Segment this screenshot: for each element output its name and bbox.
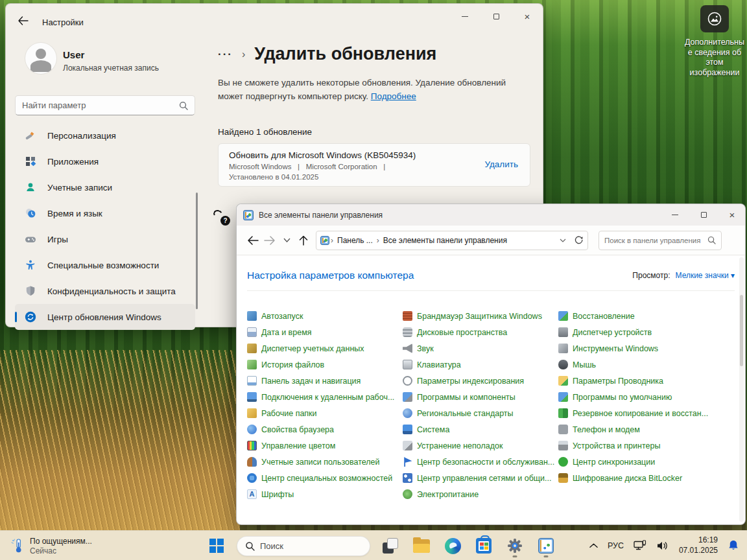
cp-item[interactable]: Программы по умолчанию bbox=[558, 389, 714, 405]
cp-item[interactable]: Инструменты Windows bbox=[558, 340, 714, 356]
cp-item[interactable]: Автозапуск bbox=[247, 308, 403, 324]
cp-search-input[interactable] bbox=[604, 237, 707, 244]
cp-maximize-button[interactable] bbox=[697, 209, 710, 221]
cp-item[interactable]: Центр безопасности и обслуживан... bbox=[403, 454, 558, 470]
explorer-options-icon bbox=[558, 376, 568, 386]
network-icon[interactable] bbox=[634, 540, 646, 552]
uninstall-button[interactable]: Удалить bbox=[484, 159, 518, 169]
cp-item[interactable]: Учетные записи пользователей bbox=[247, 454, 403, 470]
breadcrumb-current[interactable]: Все элементы панели управления bbox=[383, 236, 507, 245]
cp-item[interactable]: Устройства и принтеры bbox=[558, 438, 714, 454]
address-bar[interactable]: › Панель ... › Все элементы панели управ… bbox=[316, 231, 588, 250]
cp-item[interactable]: Подключения к удаленным рабоч... bbox=[247, 389, 403, 405]
avatar[interactable] bbox=[25, 43, 56, 74]
sidebar-item-gaming[interactable]: Игры bbox=[15, 226, 195, 252]
sidebar-item-personalization[interactable]: Персонализация bbox=[15, 122, 195, 148]
cp-item[interactable]: Центр управления сетями и общи... bbox=[403, 470, 558, 486]
sidebar-item-privacy[interactable]: Конфиденциальность и защита bbox=[15, 278, 195, 304]
weather-line2: Сейчас bbox=[30, 546, 92, 555]
control-panel-titlebar[interactable]: Все элементы панели управления × bbox=[237, 204, 745, 226]
sidebar-item-windows-update[interactable]: Центр обновления Windows bbox=[15, 304, 195, 330]
cp-item[interactable]: Система bbox=[403, 421, 558, 438]
cp-item-label: Панель задач и навигация bbox=[261, 377, 361, 386]
taskbar-edge-button[interactable] bbox=[442, 533, 463, 559]
cp-item[interactable]: Дисковые пространства bbox=[403, 324, 558, 340]
sidebar-item-accessibility[interactable]: Специальные возможности bbox=[15, 252, 195, 278]
cp-item[interactable]: Телефон и модем bbox=[558, 421, 714, 438]
settings-search-input[interactable] bbox=[22, 100, 179, 110]
cp-item[interactable]: Панель задач и навигация bbox=[247, 373, 403, 389]
taskbar-settings-button[interactable] bbox=[504, 533, 525, 559]
taskbar-file-explorer-button[interactable] bbox=[411, 533, 432, 559]
taskbar-search-box[interactable] bbox=[237, 536, 370, 556]
breadcrumb-more-button[interactable]: ··· bbox=[218, 48, 233, 61]
cp-item[interactable]: Центр синхронизации bbox=[558, 454, 714, 470]
view-value: Мелкие значки bbox=[676, 271, 729, 280]
refresh-icon[interactable] bbox=[574, 235, 584, 245]
control-panel-window: Все элементы панели управления × › Панел… bbox=[236, 204, 746, 525]
storage-spaces-icon bbox=[403, 327, 412, 337]
taskbar-control-panel-button[interactable] bbox=[536, 533, 556, 559]
desktop-spotlight-icon[interactable]: Дополнительные сведения об этом изображе… bbox=[685, 5, 744, 78]
cp-item[interactable]: Управление цветом bbox=[247, 438, 403, 454]
ease-center-icon bbox=[247, 473, 257, 483]
cp-item[interactable]: История файлов bbox=[247, 356, 403, 373]
taskbar-store-button[interactable] bbox=[473, 533, 494, 559]
breadcrumb-root[interactable]: Панель ... bbox=[337, 236, 373, 245]
cp-minimize-button[interactable] bbox=[669, 209, 682, 221]
cp-item[interactable]: Резервное копирование и восстан... bbox=[558, 405, 714, 421]
cp-item[interactable]: Устранение неполадок bbox=[403, 438, 558, 454]
sidebar-item-accounts[interactable]: Учетные записи bbox=[15, 174, 195, 200]
tray-chevron-up-icon[interactable] bbox=[589, 543, 598, 548]
cp-item[interactable]: Мышь bbox=[558, 356, 714, 373]
cp-close-button[interactable]: × bbox=[726, 209, 739, 221]
cp-item[interactable]: Шифрование диска BitLocker bbox=[558, 470, 714, 486]
taskbar-task-view-button[interactable] bbox=[380, 533, 401, 559]
cp-item[interactable]: Параметры индексирования bbox=[403, 373, 558, 389]
nav-up-icon[interactable] bbox=[295, 235, 312, 246]
cp-scrollbar[interactable] bbox=[739, 257, 744, 522]
cp-item[interactable]: Центр специальных возможностей bbox=[247, 470, 403, 486]
taskbar-search-input[interactable] bbox=[260, 541, 374, 551]
learn-more-link[interactable]: Подробнее bbox=[371, 91, 416, 101]
sidebar-item-time-language[interactable]: Время и язык bbox=[15, 200, 195, 226]
notification-bell-icon[interactable] bbox=[728, 539, 739, 552]
start-button[interactable] bbox=[206, 533, 227, 559]
cp-item[interactable]: Параметры Проводника bbox=[558, 373, 714, 389]
cp-item[interactable]: Рабочие папки bbox=[247, 405, 403, 421]
search-icon bbox=[707, 236, 716, 244]
cp-item[interactable]: Звук bbox=[403, 340, 558, 356]
cp-item[interactable]: Диспетчер учетных данных bbox=[247, 340, 403, 356]
cp-item[interactable]: Электропитание bbox=[403, 486, 558, 502]
view-dropdown[interactable]: Мелкие значки ▾ bbox=[676, 271, 735, 280]
cp-item[interactable]: Свойства браузера bbox=[247, 421, 403, 438]
clock[interactable]: 16:19 07.01.2025 bbox=[679, 535, 718, 555]
gear-icon bbox=[507, 538, 523, 554]
weather-widget-button[interactable]: По ощущениям... Сейчас bbox=[6, 534, 96, 557]
cp-column: ВосстановлениеДиспетчер устройствИнструм… bbox=[558, 308, 714, 502]
settings-search-box[interactable] bbox=[15, 95, 195, 115]
sidebar-item-apps[interactable]: Приложения bbox=[15, 148, 195, 174]
settings-close-button[interactable]: × bbox=[521, 10, 534, 22]
sidebar-scrollbar[interactable] bbox=[196, 192, 198, 309]
settings-minimize-button[interactable] bbox=[458, 10, 471, 22]
credentials-icon bbox=[247, 344, 257, 353]
settings-maximize-button[interactable] bbox=[490, 10, 503, 22]
cp-item[interactable]: Региональные стандарты bbox=[403, 405, 558, 421]
nav-forward-icon[interactable] bbox=[261, 236, 278, 245]
cp-search-box[interactable] bbox=[599, 231, 722, 250]
cp-item[interactable]: Клавиатура bbox=[403, 356, 558, 373]
cp-item[interactable]: Шрифты bbox=[247, 486, 403, 502]
cp-item[interactable]: Дата и время bbox=[247, 324, 403, 340]
sidebar-item-label: Персонализация bbox=[47, 131, 116, 141]
volume-icon[interactable] bbox=[656, 541, 669, 551]
address-dropdown-icon[interactable] bbox=[560, 239, 566, 242]
cp-item[interactable]: Диспетчер устройств bbox=[558, 324, 714, 340]
back-arrow-icon[interactable] bbox=[18, 16, 29, 25]
nav-back-icon[interactable] bbox=[244, 236, 261, 245]
cp-item[interactable]: Восстановление bbox=[558, 308, 714, 324]
language-indicator[interactable]: РУС bbox=[608, 541, 624, 550]
cp-item[interactable]: Брандмауэр Защитника Windows bbox=[403, 308, 558, 324]
nav-history-chevron-icon[interactable] bbox=[278, 238, 295, 242]
cp-item[interactable]: Программы и компоненты bbox=[403, 389, 558, 405]
